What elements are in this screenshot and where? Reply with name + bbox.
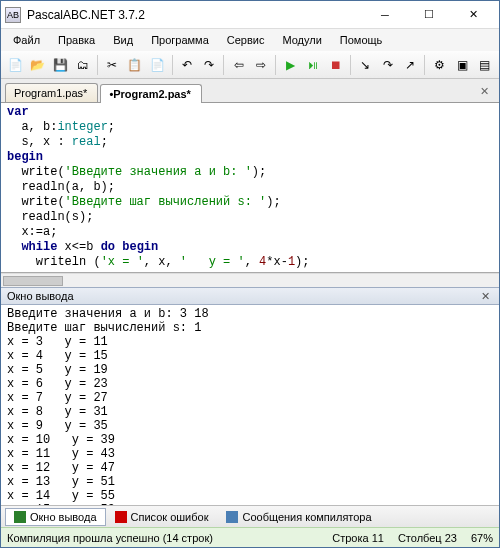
app-icon: AB — [5, 7, 21, 23]
output-title: Окно вывода — [7, 290, 74, 302]
save-icon[interactable]: 💾 — [50, 54, 71, 76]
menubar: ФайлПравкаВидПрограммаСервисМодулиПомощь — [1, 29, 499, 51]
menu-помощь[interactable]: Помощь — [332, 32, 391, 48]
save-all-icon[interactable]: 🗂 — [73, 54, 94, 76]
menu-файл[interactable]: Файл — [5, 32, 48, 48]
menu-правка[interactable]: Правка — [50, 32, 103, 48]
tab-dot-icon — [14, 511, 26, 523]
run-icon[interactable]: ▶ — [280, 54, 301, 76]
status-message: Компиляция прошла успешно (14 строк) — [7, 532, 213, 544]
bottom-tab-label: Список ошибок — [131, 511, 209, 523]
tab-dot-icon — [115, 511, 127, 523]
app-window: AB PascalABC.NET 3.7.2 ─ ☐ ✕ ФайлПравкаВ… — [0, 0, 500, 548]
cut-icon[interactable]: ✂ — [102, 54, 123, 76]
stop-icon[interactable]: ⏹ — [325, 54, 346, 76]
bottom-tab-label: Сообщения компилятора — [242, 511, 371, 523]
redo-icon[interactable]: ↷ — [199, 54, 220, 76]
output-panel[interactable]: Введите значения a и b: 3 18 Введите шаг… — [1, 305, 499, 505]
compile-icon[interactable]: ⚙ — [429, 54, 450, 76]
undo-icon[interactable]: ↶ — [176, 54, 197, 76]
new-file-icon[interactable]: 📄 — [5, 54, 26, 76]
menu-сервис[interactable]: Сервис — [219, 32, 273, 48]
status-line: Строка 11 — [332, 532, 384, 544]
window-controls: ─ ☐ ✕ — [363, 2, 495, 28]
maximize-button[interactable]: ☐ — [407, 2, 451, 28]
bottom-tabs: Окно выводаСписок ошибокСообщения компил… — [1, 505, 499, 527]
bottom-tab-label: Окно вывода — [30, 511, 97, 523]
editor-tabs: Program1.pas*•Program2.pas* ✕ — [1, 79, 499, 103]
copy-icon[interactable]: 📋 — [125, 54, 146, 76]
menu-вид[interactable]: Вид — [105, 32, 141, 48]
status-bar: Компиляция прошла успешно (14 строк) Стр… — [1, 527, 499, 547]
build-icon[interactable]: ▣ — [452, 54, 473, 76]
bottom-tab[interactable]: Сообщения компилятора — [217, 508, 380, 526]
titlebar: AB PascalABC.NET 3.7.2 ─ ☐ ✕ — [1, 1, 499, 29]
tab-dot-icon — [226, 511, 238, 523]
output-panel-header: Окно вывода ✕ — [1, 287, 499, 305]
tab-close-icon[interactable]: ✕ — [474, 81, 495, 102]
nav-back-icon[interactable]: ⇦ — [228, 54, 249, 76]
editor-tab[interactable]: •Program2.pas* — [100, 84, 202, 103]
open-file-icon[interactable]: 📂 — [28, 54, 49, 76]
menu-программа[interactable]: Программа — [143, 32, 217, 48]
code-editor[interactable]: var a, b:integer; s, x : real; begin wri… — [1, 103, 499, 273]
menu-модули[interactable]: Модули — [274, 32, 329, 48]
step-out-icon[interactable]: ↗ — [400, 54, 421, 76]
nav-fwd-icon[interactable]: ⇨ — [251, 54, 272, 76]
bottom-tab[interactable]: Окно вывода — [5, 508, 106, 526]
minimize-button[interactable]: ─ — [363, 2, 407, 28]
bottom-tab[interactable]: Список ошибок — [106, 508, 218, 526]
toolbar: 📄 📂 💾 🗂 ✂ 📋 📄 ↶ ↷ ⇦ ⇨ ▶ ⏯ ⏹ ↘ ↷ ↗ ⚙ ▣ ▤ — [1, 51, 499, 79]
close-button[interactable]: ✕ — [451, 2, 495, 28]
step-over-icon[interactable]: ↷ — [377, 54, 398, 76]
options-icon[interactable]: ▤ — [474, 54, 495, 76]
paste-icon[interactable]: 📄 — [147, 54, 168, 76]
output-close-icon[interactable]: ✕ — [477, 290, 493, 303]
step-icon[interactable]: ⏯ — [303, 54, 324, 76]
editor-tab[interactable]: Program1.pas* — [5, 83, 98, 102]
editor-hscroll[interactable] — [1, 273, 499, 287]
status-col: Столбец 23 — [398, 532, 457, 544]
window-title: PascalABC.NET 3.7.2 — [27, 8, 363, 22]
status-zoom: 67% — [471, 532, 493, 544]
step-into-icon[interactable]: ↘ — [355, 54, 376, 76]
